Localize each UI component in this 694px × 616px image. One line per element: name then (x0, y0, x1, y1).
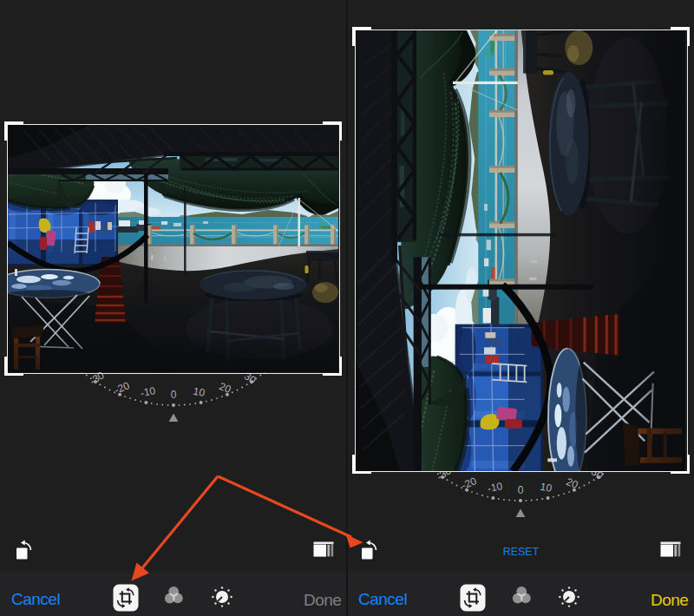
svg-text:-20: -20 (460, 475, 479, 492)
svg-text:0: 0 (171, 389, 177, 401)
svg-text:20: 20 (565, 475, 580, 491)
svg-text:-20: -20 (113, 379, 132, 396)
svg-text:20: 20 (218, 380, 233, 396)
svg-text:-10: -10 (487, 480, 504, 495)
svg-text:-10: -10 (140, 384, 157, 399)
svg-text:0: 0 (518, 484, 524, 496)
svg-text:10: 10 (540, 481, 553, 495)
svg-text:10: 10 (193, 385, 206, 399)
